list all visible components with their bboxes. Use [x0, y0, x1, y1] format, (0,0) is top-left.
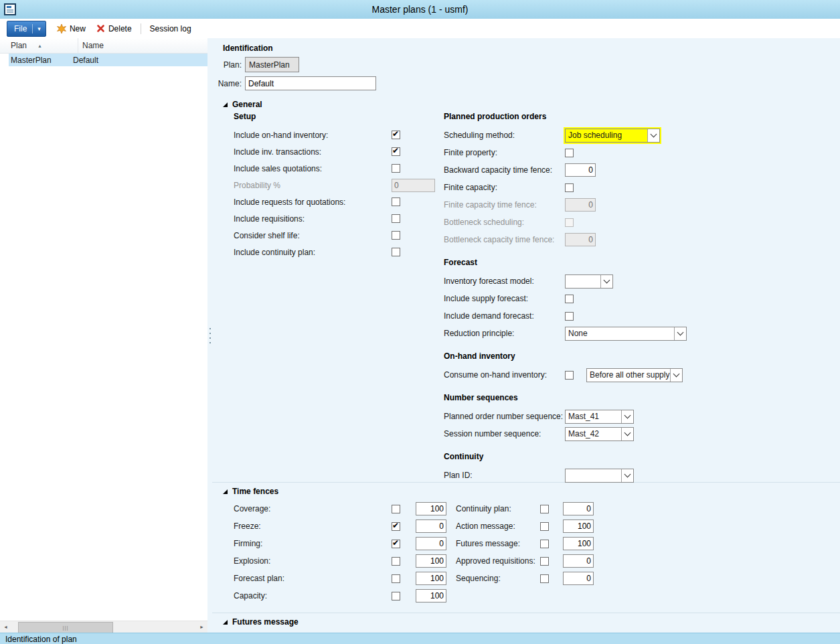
- include-continuity-plan-checkbox[interactable]: [392, 248, 400, 256]
- file-menu-button[interactable]: File ▾: [7, 21, 46, 37]
- planned-order-number-sequence-combo[interactable]: Mast_41: [565, 410, 634, 424]
- plan-field[interactable]: MasterPlan: [245, 57, 299, 72]
- sequencing-input[interactable]: [563, 572, 594, 585]
- grid-horizontal-scrollbar[interactable]: ◄ ||| ►: [0, 621, 207, 633]
- approved-requisitions-checkbox[interactable]: [540, 557, 549, 566]
- new-button[interactable]: New: [52, 21, 91, 36]
- expander-icon: [223, 102, 228, 107]
- include-requests-for-quotations-checkbox[interactable]: [392, 197, 400, 206]
- column-header-name[interactable]: Name: [78, 38, 207, 53]
- continuity-plan-checkbox[interactable]: [540, 505, 549, 513]
- capacity-checkbox[interactable]: [392, 592, 400, 600]
- backward-capacity-time-fence-input[interactable]: [565, 163, 596, 177]
- chevron-down-icon[interactable]: [621, 469, 633, 482]
- section-header-futures-message[interactable]: Futures message: [212, 613, 840, 629]
- general-header-label: General: [232, 100, 262, 109]
- include-inv-transactions-checkbox[interactable]: [392, 147, 400, 156]
- field-row: Reduction principle: None: [444, 325, 840, 342]
- chevron-down-icon[interactable]: [647, 129, 659, 142]
- firming-checkbox[interactable]: [392, 540, 400, 548]
- scrollbar-track[interactable]: |||: [11, 621, 196, 633]
- file-menu-label: File: [14, 24, 32, 33]
- field-row: Planned order number sequence: Mast_41: [444, 408, 840, 425]
- status-text: Identification of plan: [5, 635, 77, 644]
- field-row: Explosion:: [234, 552, 446, 570]
- time-fences-body: Coverage: Freeze: Firming: Explosion:: [212, 500, 840, 607]
- consume-on-hand-combo[interactable]: Before all other supply: [586, 368, 683, 382]
- finite-capacity-checkbox[interactable]: [565, 183, 574, 192]
- freeze-input[interactable]: [416, 519, 446, 533]
- column-header-name-label: Name: [82, 41, 104, 50]
- continuity-plan-input[interactable]: [563, 502, 594, 515]
- approved-requisitions-input[interactable]: [563, 554, 594, 568]
- include-requisitions-checkbox[interactable]: [392, 214, 400, 223]
- field-row: Include demand forecast:: [444, 307, 840, 325]
- field-label: Bottleneck scheduling:: [444, 218, 565, 227]
- session-number-sequence-combo[interactable]: Mast_42: [565, 427, 634, 441]
- futures-message-input[interactable]: [563, 537, 594, 550]
- scroll-left-icon[interactable]: ◄: [0, 621, 11, 633]
- delete-button[interactable]: Delete: [91, 21, 137, 36]
- forecast-plan-input[interactable]: [416, 572, 446, 585]
- field-row: Include requisitions:: [234, 210, 442, 227]
- reduction-principle-combo[interactable]: None: [565, 327, 687, 341]
- field-row: Finite capacity time fence:: [444, 196, 840, 214]
- field-row: Include requests for quotations:: [234, 193, 442, 210]
- chevron-down-icon[interactable]: [621, 428, 633, 440]
- field-row: Freeze:: [234, 517, 446, 535]
- field-label: Probability %: [234, 181, 392, 190]
- sequencing-checkbox[interactable]: [540, 574, 549, 583]
- session-number-sequence-value: Mast_42: [566, 428, 621, 440]
- futures-message-checkbox[interactable]: [540, 540, 549, 548]
- field-label: Consume on-hand inventory:: [444, 370, 565, 380]
- field-row: Consume on-hand inventory: Before all ot…: [444, 366, 840, 384]
- cell-name: Default: [69, 56, 207, 65]
- chevron-down-icon[interactable]: [600, 275, 612, 288]
- section-header-time-fences[interactable]: Time fences: [212, 483, 840, 499]
- session-log-button[interactable]: Session log: [145, 21, 197, 36]
- title-bar: Master plans (1 - usmf): [0, 0, 840, 19]
- panel-splitter[interactable]: [207, 38, 212, 633]
- planned-production-orders-column: Planned production orders Scheduling met…: [444, 112, 840, 484]
- coverage-input[interactable]: [416, 502, 446, 515]
- column-header-plan[interactable]: Plan ▲: [0, 38, 78, 53]
- plan-id-combo[interactable]: [565, 469, 634, 483]
- grid-row-masterplan[interactable]: MasterPlan Default: [9, 54, 207, 66]
- inventory-forecast-model-combo[interactable]: [565, 274, 613, 289]
- action-message-input[interactable]: [563, 519, 594, 533]
- onhand-subheader: On-hand inventory: [444, 351, 840, 364]
- plan-field-row: Plan: MasterPlan: [216, 57, 840, 72]
- chevron-down-icon: ▾: [32, 24, 46, 33]
- include-supply-forecast-checkbox[interactable]: [565, 295, 574, 303]
- field-label: Consider shelf life:: [234, 231, 392, 240]
- include-on-hand-inventory-checkbox[interactable]: [392, 131, 400, 139]
- forecast-plan-checkbox[interactable]: [392, 574, 400, 583]
- consume-on-hand-inventory-checkbox[interactable]: [565, 371, 574, 380]
- chevron-down-icon[interactable]: [670, 369, 682, 382]
- explosion-checkbox[interactable]: [392, 557, 400, 566]
- chevron-down-icon[interactable]: [621, 410, 633, 423]
- coverage-checkbox[interactable]: [392, 505, 400, 513]
- scheduling-method-combo[interactable]: Job scheduling: [565, 129, 660, 143]
- include-sales-quotations-checkbox[interactable]: [392, 164, 400, 173]
- action-message-checkbox[interactable]: [540, 522, 549, 531]
- field-row: Consider shelf life:: [234, 227, 442, 244]
- section-header-general[interactable]: General: [212, 96, 840, 112]
- plan-label: Plan:: [216, 60, 242, 70]
- time-fences-right-column: Continuity plan: Action message: Futures…: [456, 500, 594, 587]
- include-demand-forecast-checkbox[interactable]: [565, 312, 574, 321]
- name-input[interactable]: [245, 76, 376, 90]
- chevron-down-icon[interactable]: [674, 327, 686, 340]
- field-row: Approved requisitions:: [456, 552, 594, 570]
- freeze-checkbox[interactable]: [392, 522, 400, 531]
- explosion-input[interactable]: [416, 554, 446, 568]
- scroll-right-icon[interactable]: ►: [196, 621, 207, 633]
- forecast-subheader: Forecast: [444, 258, 840, 270]
- finite-property-checkbox[interactable]: [565, 149, 574, 157]
- scrollbar-thumb[interactable]: |||: [18, 622, 113, 633]
- field-label: Include demand forecast:: [444, 311, 565, 321]
- capacity-input[interactable]: [416, 589, 446, 602]
- bottleneck-scheduling-checkbox: [565, 218, 574, 227]
- firming-input[interactable]: [416, 537, 446, 550]
- consider-shelf-life-checkbox[interactable]: [392, 231, 400, 240]
